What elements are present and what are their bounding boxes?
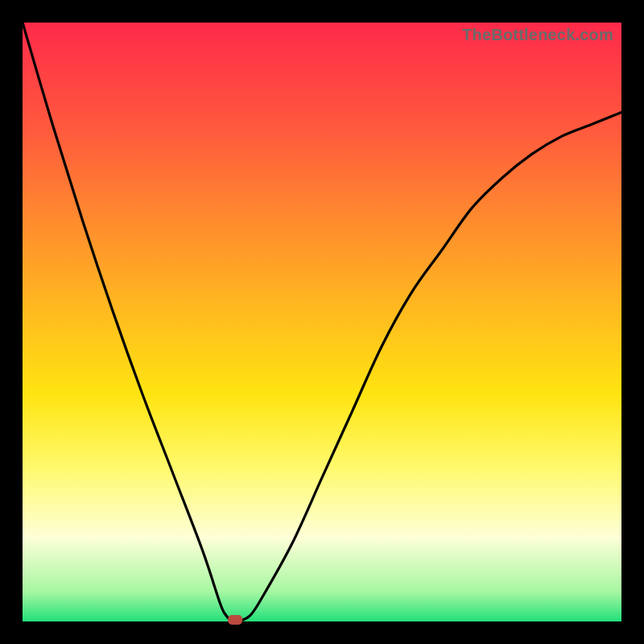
- curve-layer: [23, 23, 621, 621]
- optimum-marker: [228, 615, 242, 625]
- chart-frame: TheBottleneck.com: [0, 0, 644, 644]
- plot-area: TheBottleneck.com: [23, 23, 621, 621]
- bottleneck-curve: [23, 23, 621, 622]
